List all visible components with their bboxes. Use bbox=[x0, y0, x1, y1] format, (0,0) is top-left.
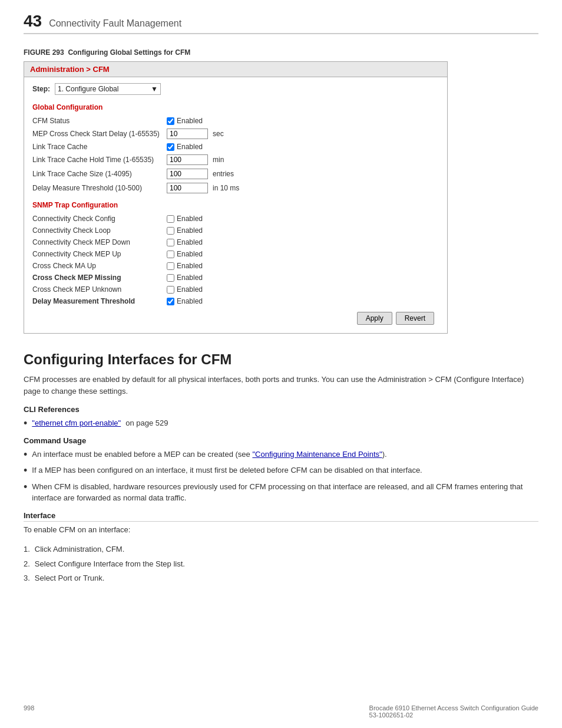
interface-step-3: 3. Select Port or Trunk. bbox=[24, 572, 538, 584]
cc-mep-down-checkbox-area[interactable]: Enabled bbox=[167, 238, 203, 246]
form-row-cc-mep-up: Connectivity Check MEP Up Enabled bbox=[32, 248, 439, 260]
field-label-cross-ma-up: Cross Check MA Up bbox=[32, 262, 162, 270]
field-label-delay-measure: Delay Measure Threshold (10-500) bbox=[32, 184, 162, 192]
admin-panel: Administration > CFM Step: 1. Configure … bbox=[24, 61, 448, 334]
cc-loop-checkbox-area[interactable]: Enabled bbox=[167, 226, 203, 235]
cc-mep-down-checkbox[interactable] bbox=[167, 239, 174, 246]
step-select[interactable]: 1. Configure Global ▼ bbox=[55, 83, 161, 95]
interface-step-3-text: Select Port or Trunk. bbox=[35, 572, 105, 584]
form-row-cross-mep-missing: Cross Check MEP Missing Enabled bbox=[32, 272, 439, 284]
step-select-arrow: ▼ bbox=[151, 85, 158, 93]
cc-mep-down-label: Enabled bbox=[177, 238, 203, 246]
maint-end-points-link[interactable]: "Configuring Maintenance End Points" bbox=[252, 450, 382, 459]
cli-heading: CLI References bbox=[24, 405, 538, 414]
cli-list-item: • "ethernet cfm port-enable" on page 529 bbox=[24, 417, 538, 429]
mep-cross-check-input[interactable] bbox=[167, 129, 208, 139]
cc-loop-label: Enabled bbox=[177, 226, 203, 235]
cross-mep-unknown-label: Enabled bbox=[177, 285, 203, 294]
page-footer: 998 Brocade 6910 Ethernet Access Switch … bbox=[0, 704, 562, 719]
field-label-link-trace-size: Link Trace Cache Size (1-4095) bbox=[32, 170, 162, 178]
cross-mep-missing-label: Enabled bbox=[177, 274, 203, 282]
delay-measure-input[interactable] bbox=[167, 183, 208, 193]
interface-steps-list: 1. Click Administration, CFM. 2. Select … bbox=[24, 543, 538, 584]
admin-panel-header: Administration > CFM bbox=[24, 62, 447, 77]
interface-step-1: 1. Click Administration, CFM. bbox=[24, 543, 538, 555]
form-row-link-trace-size: Link Trace Cache Size (1-4095) entries bbox=[32, 167, 439, 181]
field-label-cross-mep-unknown: Cross Check MEP Unknown bbox=[32, 285, 162, 294]
cli-suffix: on page 529 bbox=[125, 417, 168, 429]
link-trace-cache-checkbox-area[interactable]: Enabled bbox=[167, 143, 203, 151]
step-label: Step: bbox=[32, 85, 50, 93]
cli-link[interactable]: "ethernet cfm port-enable" bbox=[32, 417, 121, 429]
interface-intro: To enable CFM on an interface: bbox=[24, 524, 538, 536]
mep-cross-check-unit: sec bbox=[213, 130, 224, 138]
link-trace-size-input[interactable] bbox=[167, 169, 208, 179]
step-num-2: 2. bbox=[24, 558, 30, 570]
cc-loop-checkbox[interactable] bbox=[167, 227, 174, 235]
footer-doc-number: 53-1002651-02 bbox=[369, 711, 414, 719]
link-trace-cache-label: Enabled bbox=[177, 143, 203, 151]
section-title: Configuring Interfaces for CFM bbox=[24, 351, 538, 368]
field-label-cc-loop: Connectivity Check Loop bbox=[32, 226, 162, 235]
field-label-cc-mep-up: Connectivity Check MEP Up bbox=[32, 250, 162, 258]
command-text-2: If a MEP has been configured on an inter… bbox=[32, 465, 422, 476]
cc-mep-up-checkbox-area[interactable]: Enabled bbox=[167, 250, 203, 258]
interface-step-2-text: Select Configure Interface from the Step… bbox=[35, 558, 185, 570]
form-row-delay-measure: Delay Measure Threshold (10-500) in 10 m… bbox=[32, 181, 439, 195]
link-trace-hold-unit: min bbox=[213, 156, 224, 164]
apply-button[interactable]: Apply bbox=[357, 312, 392, 325]
step-num-3: 3. bbox=[24, 572, 30, 584]
footer-doc-info: Brocade 6910 Ethernet Access Switch Conf… bbox=[369, 704, 538, 719]
cc-mep-up-checkbox[interactable] bbox=[167, 251, 174, 258]
step-select-value: 1. Configure Global bbox=[58, 85, 118, 93]
delay-measurement-checkbox-area[interactable]: Enabled bbox=[167, 297, 203, 305]
form-row-delay-measurement: Delay Measurement Threshold Enabled bbox=[32, 295, 439, 307]
figure-label: FIGURE 293 bbox=[24, 48, 64, 57]
command-item-1: • An interface must be enabled before a … bbox=[24, 449, 538, 460]
interface-heading: Interface bbox=[24, 511, 538, 522]
command-item-2: • If a MEP has been configured on an int… bbox=[24, 465, 538, 476]
form-row-mep-cross-check: MEP Cross Check Start Delay (1-65535) se… bbox=[32, 127, 439, 141]
form-row-cc-config: Connectivity Check Config Enabled bbox=[32, 213, 439, 225]
bullet-dot-1: • bbox=[24, 449, 27, 460]
delay-measurement-checkbox[interactable] bbox=[167, 298, 174, 305]
cc-config-checkbox[interactable] bbox=[167, 215, 174, 223]
field-label-delay-measurement: Delay Measurement Threshold bbox=[32, 297, 162, 305]
form-row-link-trace-cache: Link Trace Cache Enabled bbox=[32, 141, 439, 153]
revert-button[interactable]: Revert bbox=[396, 312, 434, 325]
figure-caption: FIGURE 293 Configuring Global Settings f… bbox=[24, 48, 538, 57]
form-row-cc-mep-down: Connectivity Check MEP Down Enabled bbox=[32, 236, 439, 248]
cross-mep-unknown-checkbox[interactable] bbox=[167, 286, 174, 294]
cross-mep-missing-checkbox[interactable] bbox=[167, 274, 174, 282]
link-trace-cache-checkbox[interactable] bbox=[167, 143, 174, 151]
form-row-cross-ma-up: Cross Check MA Up Enabled bbox=[32, 260, 439, 272]
cfm-status-checkbox-area[interactable]: Enabled bbox=[167, 117, 203, 125]
form-row-link-trace-hold: Link Trace Cache Hold Time (1-65535) min bbox=[32, 153, 439, 167]
section-intro: CFM processes are enabled by default for… bbox=[24, 374, 538, 397]
cross-mep-unknown-checkbox-area[interactable]: Enabled bbox=[167, 285, 203, 294]
step-num-1: 1. bbox=[24, 543, 30, 555]
cc-config-checkbox-area[interactable]: Enabled bbox=[167, 215, 203, 223]
cross-ma-up-checkbox-area[interactable]: Enabled bbox=[167, 262, 203, 270]
chapter-number: 43 bbox=[24, 12, 42, 31]
field-label-link-trace-cache: Link Trace Cache bbox=[32, 143, 162, 151]
cross-mep-missing-checkbox-area[interactable]: Enabled bbox=[167, 274, 203, 282]
command-list: • An interface must be enabled before a … bbox=[24, 449, 538, 504]
field-label-link-trace-hold: Link Trace Cache Hold Time (1-65535) bbox=[32, 156, 162, 164]
interface-step-1-text: Click Administration, CFM. bbox=[35, 543, 124, 555]
cc-config-label: Enabled bbox=[177, 215, 203, 223]
command-item-3: • When CFM is disabled, hardware resourc… bbox=[24, 481, 538, 504]
form-row-cc-loop: Connectivity Check Loop Enabled bbox=[32, 225, 439, 236]
cross-ma-up-checkbox[interactable] bbox=[167, 262, 174, 270]
cfm-status-checkbox[interactable] bbox=[167, 117, 174, 125]
field-label-cc-mep-down: Connectivity Check MEP Down bbox=[32, 238, 162, 246]
delay-measurement-label: Enabled bbox=[177, 297, 203, 305]
snmp-section-heading: SNMP Trap Configuration bbox=[32, 201, 439, 209]
footer-page-number: 998 bbox=[24, 704, 34, 719]
step-row: Step: 1. Configure Global ▼ bbox=[32, 83, 439, 95]
field-label-cross-mep-missing: Cross Check MEP Missing bbox=[32, 274, 162, 282]
field-label-cfm-status: CFM Status bbox=[32, 117, 162, 125]
command-text-3: When CFM is disabled, hardware resources… bbox=[32, 481, 538, 504]
chapter-title: Connectivity Fault Management bbox=[49, 18, 181, 29]
link-trace-hold-input[interactable] bbox=[167, 154, 208, 165]
